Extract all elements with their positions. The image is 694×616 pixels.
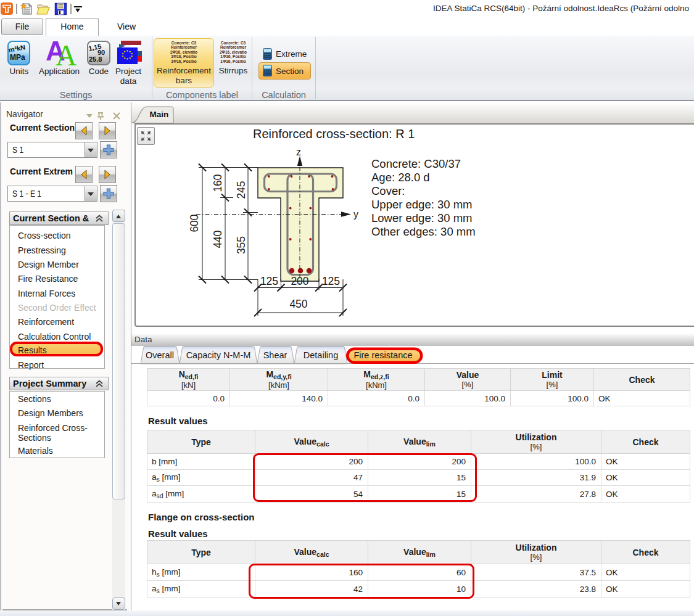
svg-text:Fire resistance: Fire resistance xyxy=(353,350,412,360)
svg-text:125: 125 xyxy=(260,275,278,287)
svg-text:355: 355 xyxy=(235,236,247,254)
svg-text:z: z xyxy=(296,147,301,157)
svg-text:440: 440 xyxy=(212,230,224,248)
svg-text:Main: Main xyxy=(150,110,169,119)
svg-text:Detailing: Detailing xyxy=(304,350,338,360)
svg-text:Shear: Shear xyxy=(263,350,287,360)
svg-text:245: 245 xyxy=(235,181,247,199)
svg-text:600: 600 xyxy=(188,214,200,232)
svg-text:450: 450 xyxy=(289,298,307,310)
svg-text:Overall: Overall xyxy=(146,350,174,360)
svg-text:Capacity N-M-M: Capacity N-M-M xyxy=(186,350,251,360)
svg-text:200: 200 xyxy=(291,275,308,287)
svg-text:125: 125 xyxy=(322,275,340,287)
svg-text:y: y xyxy=(353,209,358,220)
svg-text:160: 160 xyxy=(212,174,224,192)
